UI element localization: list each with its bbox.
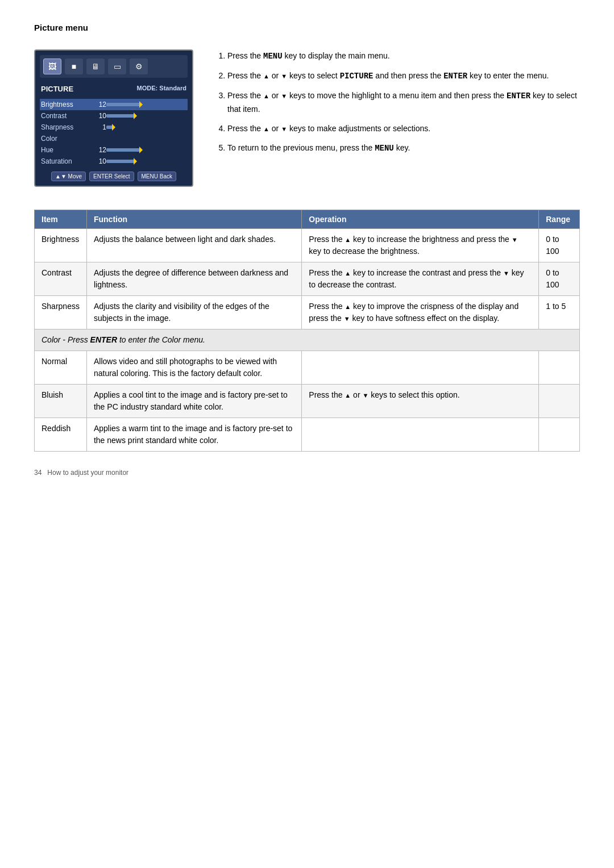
cell-normal-function: Allows video and still photographs to be… [86,351,301,385]
cell-reddish-function: Applies a warm tint to the image and is … [86,418,301,452]
saturation-bar [106,160,135,163]
footer-page-number: 34 [34,469,42,477]
cell-bluish-function: Applies a cool tint to the image and is … [86,385,301,418]
menu-row-hue-bar [106,148,186,152]
col-header-operation: Operation [302,210,539,229]
down-arrow-bluish [362,390,368,399]
cell-contrast-range: 0 to 100 [539,262,580,296]
menu-icons: 🖼 ■ 🖥 ▭ ⚙ [40,55,188,78]
down-arrow-sharpness [344,314,350,323]
menu-footer-select: ENTER Select [89,172,134,181]
cell-bluish-operation: Press the or keys to select this option. [302,385,539,418]
up-arrow-sharpness [345,302,351,311]
menu-row-contrast: Contrast 10 [40,110,188,122]
cell-reddish-item: Reddish [35,418,87,452]
contrast-bar [106,114,135,118]
cell-normal-operation [302,351,539,385]
cell-brightness-operation: Press the key to increase the brightness… [302,229,539,262]
menu-row-saturation-bar [106,160,186,163]
up-arrow-brightness [345,235,351,244]
picture-menu-table: Item Function Operation Range Brightness… [34,210,580,452]
key-enter-3: ENTER [507,91,530,101]
page-title: Picture menu [34,23,580,32]
key-enter-2: ENTER [443,72,467,81]
menu-row-hue-label: Hue [41,146,92,154]
cell-normal-range [539,351,580,385]
menu-row-color-label: Color [41,135,92,143]
footer-text: How to adjust your monitor [47,469,128,477]
down-arrow-brightness [512,235,518,244]
cell-bluish-range [539,385,580,418]
down-arrow-contrast [503,268,509,277]
instruction-1: Press the MENU key to display the main m… [227,49,580,64]
menu-row-contrast-value: 10 [92,112,106,120]
col-header-item: Item [35,210,87,229]
cell-normal-item: Normal [35,351,87,385]
cell-brightness-function: Adjusts the balance between light and da… [86,229,301,262]
cell-reddish-operation [302,418,539,452]
menu-icon-picture: 🖼 [43,59,61,74]
up-arrow-bluish [345,390,351,399]
key-picture: PICTURE [340,72,374,81]
menu-mode: MODE: Standard [137,85,186,93]
up-arrow-3 [263,91,269,100]
key-menu-5: MENU [375,144,394,153]
menu-row-brightness-bar [106,103,186,106]
cell-brightness-range: 0 to 100 [539,229,580,262]
menu-footer: ▲▼ Move ENTER Select MENU Back [40,172,188,181]
menu-row-saturation: Saturation 10 [40,156,188,167]
menu-row-hue-value: 12 [92,146,106,154]
col-header-function: Function [86,210,301,229]
instruction-4: Press the or keys to make adjustments or… [227,122,580,136]
menu-icon-display: ■ [65,59,83,74]
key-menu-1: MENU [263,52,283,61]
monitor-menu-image: 🖼 ■ 🖥 ▭ ⚙ PICTURE MODE: Standard Brightn… [34,49,193,187]
table-row-sharpness: Sharpness Adjusts the clarity and visibi… [35,296,580,329]
menu-header-label: PICTURE [41,85,73,93]
cell-reddish-range [539,418,580,452]
page-footer: 34 How to adjust your monitor [34,469,580,477]
menu-row-sharpness-value: 1 [92,123,106,131]
menu-row-brightness-value: 12 [92,101,106,108]
menu-row-brightness-label: Brightness [41,101,92,108]
up-arrow-contrast [345,268,351,277]
cell-brightness-item: Brightness [35,229,87,262]
table-row-contrast: Contrast Adjusts the degree of differenc… [35,262,580,296]
cell-color-separator: Color - Press ENTER to enter the Color m… [35,329,580,351]
table-row-reddish: Reddish Applies a warm tint to the image… [35,418,580,452]
menu-row-brightness: Brightness 12 [40,99,188,110]
cell-bluish-item: Bluish [35,385,87,418]
cell-sharpness-function: Adjusts the clarity and visibility of th… [86,296,301,329]
instructions-list: Press the MENU key to display the main m… [216,44,580,187]
sharpness-bar [106,126,113,129]
menu-icon-color: 🖥 [86,59,105,74]
menu-row-contrast-bar [106,114,186,118]
hue-bar [106,148,140,152]
top-section: 🖼 ■ 🖥 ▭ ⚙ PICTURE MODE: Standard Brightn… [34,44,580,187]
menu-row-hue: Hue 12 [40,144,188,156]
instructions-ol: Press the MENU key to display the main m… [216,49,580,156]
menu-icon-audio: ▭ [108,59,126,74]
down-arrow-2 [281,71,287,80]
brightness-bar [106,103,140,106]
instruction-2: Press the or keys to select PICTURE and … [227,69,580,84]
menu-icon-setup: ⚙ [130,59,148,74]
menu-footer-back: MENU Back [138,172,176,181]
menu-row-sharpness-label: Sharpness [41,123,92,131]
instruction-5: To return to the previous menu, press th… [227,141,580,156]
cell-sharpness-item: Sharpness [35,296,87,329]
menu-row-sharpness: Sharpness 1 [40,122,188,133]
table-header: Item Function Operation Range [35,210,580,229]
menu-row-sharpness-bar [106,126,186,129]
menu-row-color: Color [40,133,188,144]
up-arrow-4 [263,124,269,133]
down-arrow-3 [281,91,287,100]
menu-row-saturation-value: 10 [92,157,106,165]
menu-footer-move: ▲▼ Move [51,172,86,181]
cell-sharpness-operation: Press the key to improve the crispness o… [302,296,539,329]
menu-header: PICTURE MODE: Standard [40,82,188,95]
instruction-3: Press the or keys to move the highlight … [227,89,580,117]
table-body: Brightness Adjusts the balance between l… [35,229,580,452]
cell-contrast-function: Adjusts the degree of difference between… [86,262,301,296]
down-arrow-4 [281,124,287,133]
